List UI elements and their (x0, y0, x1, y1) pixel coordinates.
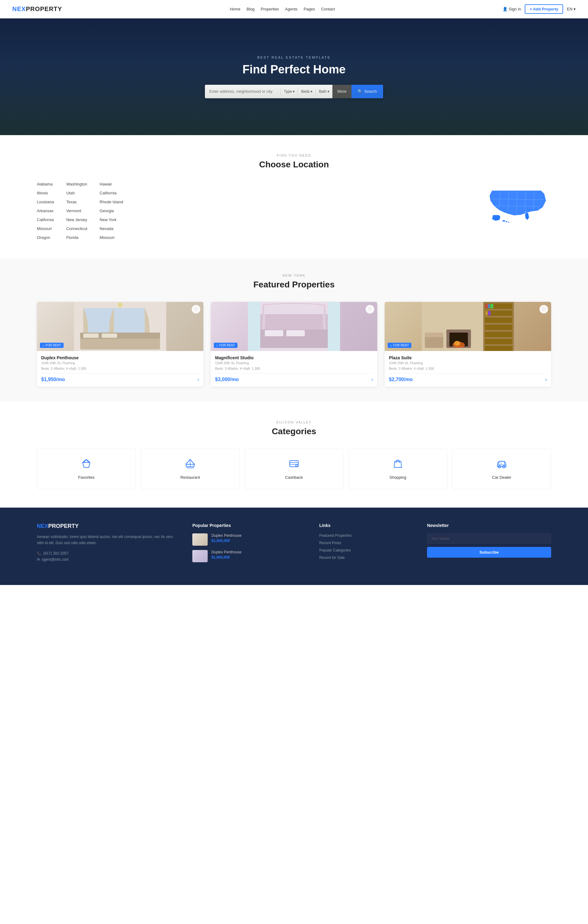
sign-in-button[interactable]: 👤 Sign In (502, 7, 521, 12)
location-florida[interactable]: Florida (66, 235, 88, 240)
location-louisiana[interactable]: Louisiana (37, 200, 54, 204)
property-arrow-3[interactable]: › (545, 377, 547, 382)
location-new-york[interactable]: New York (99, 218, 123, 222)
email-icon: ✉ (37, 557, 40, 562)
footer-property-1[interactable]: Duplex Penthouse $1,900,000 (192, 533, 307, 546)
nav-agents[interactable]: Agents (285, 7, 297, 12)
footer-popular-properties: Popular Properties Duplex Penthouse $1,9… (192, 523, 307, 566)
location-connecticut[interactable]: Connecticut (66, 226, 88, 231)
svg-point-1 (505, 221, 507, 222)
footer-links: Featured Properties Recent Posts Popular… (319, 533, 415, 560)
location-missouri[interactable]: Missouri (37, 226, 54, 231)
property-details-1: Beds: 3 4Baths: 4 •Sqft: 1,300 (41, 367, 199, 370)
link-recent-posts[interactable]: Recent Posts (319, 541, 415, 545)
footer-property-name-2: Duplex Penthouse (211, 550, 307, 554)
nav-blog[interactable]: Blog (247, 7, 255, 12)
property-info-1: Duplex Penthouse 1348 20th St, Flushing … (37, 351, 203, 387)
svg-point-59 (399, 462, 400, 463)
footer-newsletter: Newsletter Subscribe (427, 523, 551, 566)
location-hawaii[interactable]: Hawaii (99, 182, 123, 186)
location-oregon[interactable]: Oregon (37, 235, 54, 240)
for-rent-badge-3: ⌂ FOR RENT (388, 343, 411, 348)
home-icon-3: ⌂ (390, 343, 392, 347)
newsletter-input[interactable] (427, 533, 551, 544)
category-shopping-label: Shopping (390, 475, 406, 480)
footer-brand: NEXPROPERTY Aenean sollicitudin, lorem q… (37, 523, 180, 566)
favorite-button-1[interactable]: ♡ (192, 305, 200, 314)
category-cashback[interactable]: Cashback (244, 449, 344, 489)
location-washington[interactable]: Washington (66, 182, 88, 186)
location-georgia[interactable]: Georgia (99, 208, 123, 213)
featured-label: NEW YORK (37, 274, 551, 277)
property-price-3: $2,700/mo (389, 377, 413, 382)
location-rhode-island[interactable]: Rhode Island (99, 200, 123, 204)
location-nevada[interactable]: Nevada (99, 226, 123, 231)
svg-marker-48 (83, 459, 90, 467)
nav-home[interactable]: Home (230, 7, 241, 12)
property-address-1: 1348 20th St, Flushing (41, 361, 199, 365)
location-california2[interactable]: California (99, 191, 123, 195)
car-icon (496, 458, 507, 471)
location-arkansas[interactable]: Arkansas (37, 208, 54, 213)
category-restaurant[interactable]: Restaurant (141, 449, 239, 489)
location-new-jersey[interactable]: New Jersey (66, 218, 88, 222)
nav-contact[interactable]: Contact (321, 7, 335, 12)
property-info-3: Plaza Suite 1348 20th St, Flushing Beds:… (385, 351, 551, 387)
location-title: Choose Location (37, 160, 551, 170)
hero-subtitle: BEST REAL ESTATE TEMPLATE (257, 56, 330, 59)
property-arrow-1[interactable]: › (198, 377, 199, 382)
nav-properties[interactable]: Properties (261, 7, 279, 12)
svg-rect-26 (248, 302, 260, 351)
logo-nex: NEX (12, 5, 26, 12)
property-image-2: ⌂ FOR RENT ♡ (211, 302, 377, 351)
link-featured-properties[interactable]: Featured Properties (319, 533, 415, 538)
choose-location-section: FIND YOU NEED Choose Location Alabama Il… (0, 135, 588, 258)
location-alabama[interactable]: Alabama (37, 182, 54, 186)
category-car-dealer-label: Car Dealer (492, 475, 512, 480)
location-texas[interactable]: Texas (66, 200, 88, 204)
categories-label: SILICON VALLEY (37, 421, 551, 424)
favorite-button-3[interactable]: ♡ (540, 305, 548, 314)
newsletter-title: Newsletter (427, 523, 551, 528)
location-vermont[interactable]: Vermont (66, 208, 88, 213)
category-restaurant-label: Restaurant (180, 475, 200, 480)
property-card-1[interactable]: ⌂ FOR RENT ♡ Duplex Penthouse 1348 20th … (37, 302, 203, 387)
link-recent-for-sale[interactable]: Recent for Sale (319, 556, 415, 560)
category-car-dealer[interactable]: Car Dealer (452, 449, 551, 489)
main-nav: Home Blog Properties Agents Pages Contac… (230, 7, 335, 12)
svg-point-57 (296, 465, 297, 467)
footer-description: Aenean sollicitudin, lorem quis bibend a… (37, 534, 180, 546)
footer-contact: 📞 (917) 382-2057 ✉ agent@info.com (37, 551, 180, 562)
categories-grid: Favorites Restaurant Cash (37, 449, 551, 489)
add-property-button[interactable]: + Add Property (525, 4, 563, 14)
language-selector[interactable]: EN ▾ (567, 7, 576, 12)
property-card-2[interactable]: ⌂ FOR RENT ♡ Magnificent Studio 1348 20t… (211, 302, 377, 387)
for-rent-badge-2: ⌂ FOR RENT (214, 343, 238, 348)
property-name-3: Plaza Suite (389, 355, 547, 360)
phone-item: 📞 (917) 382-2057 (37, 551, 180, 556)
svg-rect-47 (425, 333, 443, 337)
category-shopping[interactable]: Shopping (349, 449, 447, 489)
link-popular-categories[interactable]: Popular Categories (319, 548, 415, 553)
subscribe-button[interactable]: Subscribe (427, 547, 551, 558)
footer-property-2[interactable]: Duplex Penthouse $1,900,000 (192, 550, 307, 562)
svg-rect-55 (290, 460, 298, 467)
location-missouri2[interactable]: Missouri (99, 235, 123, 240)
property-arrow-2[interactable]: › (372, 377, 373, 382)
favorite-button-2[interactable]: ♡ (365, 305, 374, 314)
svg-rect-35 (485, 339, 512, 344)
location-illinois[interactable]: Illinois (37, 191, 54, 195)
property-image-1: ⌂ FOR RENT ♡ (37, 302, 203, 351)
svg-rect-38 (488, 304, 490, 308)
category-favorites[interactable]: Favorites (37, 449, 136, 489)
email-item: ✉ agent@info.com (37, 557, 180, 562)
svg-point-2 (508, 222, 510, 223)
nav-pages[interactable]: Pages (304, 7, 315, 12)
location-utah[interactable]: Utah (66, 191, 88, 195)
location-california[interactable]: California (37, 218, 54, 222)
us-map[interactable] (484, 182, 551, 229)
footer-property-price-1: $1,900,000 (211, 539, 307, 543)
user-icon: 👤 (502, 7, 507, 12)
property-card-3[interactable]: ⌂ FOR RENT ♡ Plaza Suite 1348 20th St, F… (385, 302, 551, 387)
svg-point-0 (502, 220, 505, 222)
